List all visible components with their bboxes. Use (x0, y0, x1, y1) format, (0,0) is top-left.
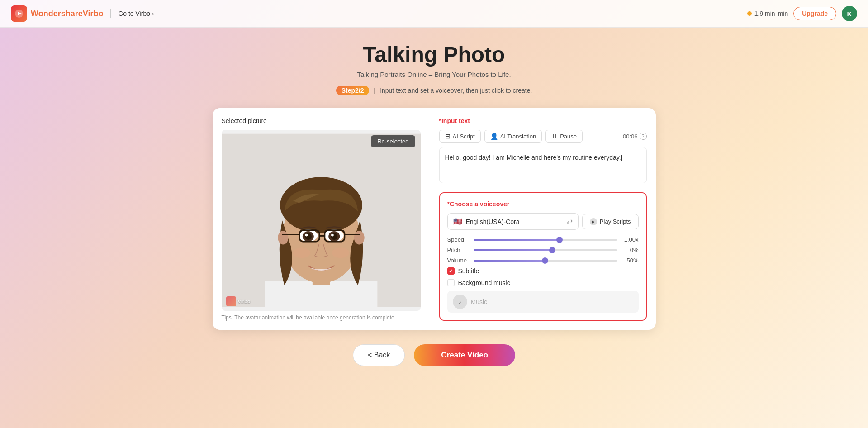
svg-point-17 (331, 234, 334, 237)
header: WondershareVirbo Go to Virbo › 1.9 min m… (0, 0, 868, 28)
right-panel: *Input text ⊟ AI Script 👤 AI Translation… (430, 108, 656, 330)
voiceover-title: *Choose a voiceover (447, 200, 639, 208)
volume-track (474, 260, 617, 262)
ai-script-icon: ⊟ (445, 133, 451, 140)
photo-tip: Tips: The avatar animation will be avail… (222, 314, 421, 321)
main-content: Talking Photo Talking Portraits Online –… (0, 28, 868, 384)
step-description: Input text and set a voiceover, then jus… (380, 87, 532, 94)
step-label: Step2/2 (336, 86, 370, 95)
main-card: Selected picture (213, 108, 656, 330)
voice-name: English(USA)-Cora (466, 218, 563, 225)
reselect-button[interactable]: Re-selected (371, 135, 415, 147)
speed-slider-row: Speed 1.00x (447, 236, 639, 243)
ai-script-button[interactable]: ⊟ AI Script (439, 130, 481, 143)
goto-virbo-link[interactable]: Go to Virbo › (118, 10, 154, 17)
play-icon: ▶ (590, 218, 597, 225)
volume-label: Volume (447, 257, 469, 264)
filter-icon: ⇄ (567, 217, 573, 226)
page-title: Talking Photo (363, 42, 505, 67)
svg-point-24 (332, 247, 349, 258)
avatar: K (842, 6, 857, 21)
left-panel: Selected picture (213, 108, 430, 330)
step-bar: Step2/2 | Input text and set a voiceover… (336, 86, 532, 95)
step-divider: | (374, 87, 375, 94)
speed-value: 1.00x (621, 236, 639, 243)
music-row[interactable]: ♪ Music (447, 291, 639, 313)
watermark-logo (226, 296, 236, 306)
brand-name: WondershareVirbo (31, 9, 103, 19)
voice-selector-row: 🇺🇸 English(USA)-Cora ⇄ ▶ Play Scripts (447, 213, 639, 230)
bg-music-checkbox[interactable] (447, 279, 455, 286)
svg-point-23 (293, 247, 310, 258)
svg-point-16 (331, 233, 337, 240)
upgrade-button[interactable]: Upgrade (793, 7, 836, 20)
logo-area: WondershareVirbo (11, 5, 103, 22)
speed-track (474, 239, 617, 241)
pause-icon: ⏸ (551, 133, 558, 140)
bottom-bar: < Back Create Video (353, 344, 515, 366)
music-icon: ♪ (453, 295, 467, 309)
pitch-slider-row: Pitch 0% (447, 247, 639, 253)
portrait-image (222, 130, 421, 311)
pitch-track (474, 249, 617, 251)
svg-point-7 (280, 177, 362, 233)
pitch-value: 0% (621, 247, 639, 253)
play-scripts-button[interactable]: ▶ Play Scripts (582, 214, 639, 229)
chevron-right-icon: › (152, 10, 154, 17)
svg-point-12 (304, 233, 311, 240)
input-text-label: *Input text (439, 117, 647, 124)
watermark: Virbo (226, 296, 251, 306)
watermark-text: Virbo (238, 299, 251, 304)
volume-slider-row: Volume 50% (447, 257, 639, 264)
speed-label: Speed (447, 236, 469, 243)
info-icon: ? (640, 133, 647, 140)
logo-icon (11, 5, 27, 22)
header-divider (110, 9, 111, 18)
bg-music-row: Background music (447, 279, 639, 286)
translate-icon: 👤 (490, 133, 498, 140)
page-subtitle: Talking Portraits Online – Bring Your Ph… (357, 71, 511, 78)
subtitle-row: Subtitle (447, 267, 639, 275)
input-toolbar: ⊟ AI Script 👤 AI Translation ⏸ Pause 00:… (439, 130, 647, 143)
create-video-button[interactable]: Create Video (414, 344, 515, 366)
bg-music-label: Background music (458, 279, 510, 286)
svg-rect-4 (265, 281, 377, 311)
voice-selector[interactable]: 🇺🇸 English(USA)-Cora ⇄ (447, 213, 579, 230)
credits-display: 1.9 min min (747, 10, 788, 17)
header-right: 1.9 min min Upgrade K (747, 6, 857, 21)
pitch-label: Pitch (447, 247, 469, 253)
subtitle-label: Subtitle (458, 267, 479, 275)
back-button[interactable]: < Back (353, 344, 405, 366)
svg-point-8 (278, 231, 288, 245)
pause-button[interactable]: ⏸ Pause (545, 130, 583, 143)
credits-icon (747, 11, 752, 16)
text-input[interactable]: Hello, good day! I am Michelle and here'… (439, 147, 647, 183)
flag-icon: 🇺🇸 (453, 217, 462, 226)
photo-container: Re-selected Virbo (222, 130, 421, 311)
voiceover-section: *Choose a voiceover 🇺🇸 English(USA)-Cora… (439, 192, 647, 321)
svg-point-13 (305, 234, 308, 237)
music-label: Music (471, 298, 488, 305)
volume-value: 50% (621, 257, 639, 264)
selected-picture-label: Selected picture (222, 117, 421, 124)
ai-translation-button[interactable]: 👤 AI Translation (484, 130, 542, 143)
subtitle-checkbox[interactable] (447, 267, 455, 275)
svg-point-9 (354, 231, 364, 245)
time-display: 00:06 ? (623, 133, 647, 140)
